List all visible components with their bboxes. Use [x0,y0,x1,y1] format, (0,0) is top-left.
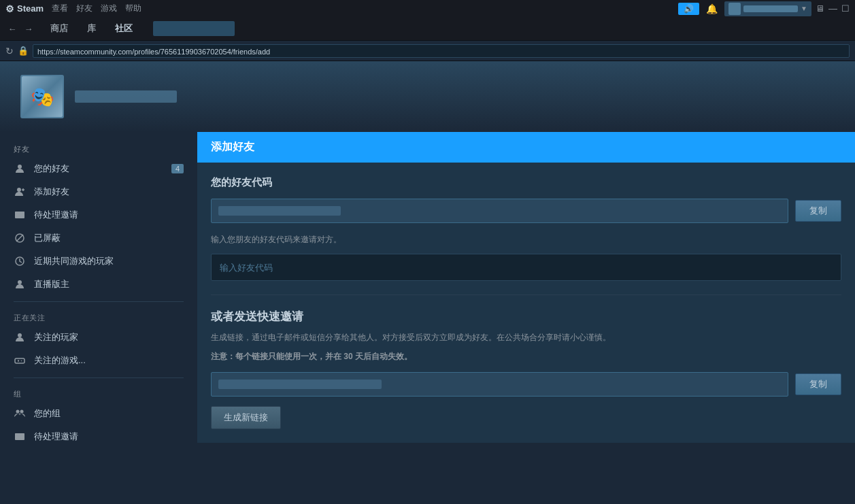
friend-code-section-title: 您的好友代码 [211,176,841,189]
sidebar-item-followed-players[interactable]: 关注的玩家 [0,326,197,349]
sidebar-item-recent-players[interactable]: 近期共同游戏的玩家 [0,250,197,273]
gamepad-icon [14,354,26,367]
sidebar-item-group-pending[interactable]: 待处理邀请 [0,425,197,448]
speaker-icon: 🔊 [684,4,694,14]
sidebar-item-moderators[interactable]: 直播版主 [0,273,197,296]
sidebar-item-blocked[interactable]: 已屏蔽 [0,226,197,250]
menu-view[interactable]: 查看 [52,3,68,14]
friends-section-label: 好友 [0,139,197,157]
titlebar: ⚙ Steam 查看 好友 游戏 帮助 🔊 🔔 ▼ 🖥 — ☐ [0,0,855,17]
app-name: Steam [17,3,44,14]
profile-name-blur [75,90,177,103]
generate-link-button[interactable]: 生成新链接 [211,406,281,429]
group-mail-icon [14,431,26,443]
sidebar-item-add-friend[interactable]: 添加好友 [0,180,197,203]
friend-code-value-blur [218,206,341,216]
friend-code-row: 复制 [211,199,841,223]
svg-point-14 [16,410,20,414]
tab-community[interactable]: 社区 [105,18,142,39]
followed-games-label: 关注的游戏... [34,354,184,367]
your-groups-label: 您的组 [34,407,184,420]
app-logo: ⚙ Steam [5,3,44,14]
tab-store[interactable]: 商店 [41,18,78,39]
sidebar-item-your-groups[interactable]: 您的组 [0,402,197,425]
group-icon [14,407,26,420]
copy-link-button[interactable]: 复制 [795,373,841,395]
chevron-down-icon: ▼ [801,5,807,12]
monitor-icon[interactable]: 🖥 [816,3,824,14]
sidebar-divider-1 [14,301,184,302]
sidebar-divider-2 [14,377,184,378]
quick-invite-title: 或者发送快速邀请 [211,309,841,324]
profile-avatar: 🎭 [20,75,64,118]
invite-link-row: 复制 [211,372,841,397]
add-friend-header: 添加好友 [197,132,855,163]
invite-link-blur [218,380,382,389]
menu-friends[interactable]: 好友 [76,3,93,14]
friend-code-display [211,199,788,223]
addressbar: ↻ 🔒 https://steamcommunity.com/profiles/… [0,41,855,61]
followed-players-label: 关注的玩家 [34,331,184,343]
url-bar[interactable]: https://steamcommunity.com/profiles/7656… [33,44,850,58]
nav-arrows: ← → [5,22,35,35]
svg-point-9 [18,333,22,337]
page-content: 添加好友 您的好友代码 复制 输入您朋友的好友代码来邀请对方。 [197,132,855,504]
notification-button[interactable]: 🔔 [703,3,720,14]
recent-players-label: 近期共同游戏的玩家 [34,255,184,267]
menu-help[interactable]: 帮助 [125,3,141,14]
content-body: 好友 您的好友 4 添加好友 [0,132,855,504]
username-display [743,5,798,12]
menu-games[interactable]: 游戏 [101,3,117,14]
maximize-button[interactable]: ☐ [841,3,850,14]
back-button[interactable]: ← [5,22,19,35]
nav-search-bar [153,21,235,36]
navbar: ← → 商店 库 社区 [0,17,855,41]
copy-code-button[interactable]: 复制 [795,200,841,222]
quick-invite-note: 注意：每个链接只能使用一次，并在 30 天后自动失效。 [211,351,841,363]
person-badge-icon [14,278,26,290]
hint-text: 输入您朋友的好友代码来邀请对方。 [211,234,841,246]
group-pending-label: 待处理邀请 [34,431,184,443]
add-friend-title: 添加好友 [211,141,254,152]
svg-point-15 [20,410,24,414]
avatar-image: 🎭 [22,76,63,117]
titlebar-menu: 查看 好友 游戏 帮助 [52,3,141,14]
svg-point-8 [18,280,22,284]
add-friend-label: 添加好友 [34,186,184,198]
profile-header: 🎭 [0,61,855,132]
forward-button[interactable]: → [22,22,35,35]
follow-person-icon [14,331,26,343]
blocked-label: 已屏蔽 [34,232,184,244]
steam-icon: ⚙ [5,3,14,14]
nav-tabs: 商店 库 社区 [41,18,142,39]
voice-button[interactable]: 🔊 [678,3,699,15]
titlebar-right: 🔊 🔔 ▼ 🖥 — ☐ [678,1,850,16]
tab-library[interactable]: 库 [78,18,105,39]
person-add-icon [14,186,26,198]
clock-icon [14,255,26,267]
svg-point-0 [18,165,22,169]
sidebar: 好友 您的好友 4 添加好友 [0,132,197,504]
friend-code-input[interactable] [211,254,841,281]
sidebar-item-your-friends[interactable]: 您的好友 4 [0,157,197,180]
user-badge[interactable]: ▼ [724,1,811,16]
quick-invite-desc: 生成链接，通过电子邮件或短信分享给其他人。对方接受后双方立即成为好友。在公共场合… [211,331,841,344]
following-section-label: 正在关注 [0,307,197,326]
section-divider [211,295,841,295]
friends-count-badge: 4 [171,164,184,173]
invite-link-display [211,372,788,397]
sidebar-item-followed-games[interactable]: 关注的游戏... [0,349,197,372]
your-friends-label: 您的好友 [34,163,163,175]
moderators-label: 直播版主 [34,278,184,290]
window-controls: 🖥 — ☐ [816,3,850,14]
mail-icon [14,209,26,221]
note-label: 注意：每个链接只能使用一次，并在 30 天后自动失效。 [211,352,412,361]
lock-icon: 🔒 [18,46,29,56]
minimize-button[interactable]: — [828,3,837,14]
sidebar-item-pending-invites[interactable]: 待处理邀请 [0,203,197,226]
block-icon [14,232,26,244]
main-layout: 🎭 好友 您的好友 4 添加好友 [0,61,855,504]
groups-section-label: 组 [0,384,197,402]
refresh-icon[interactable]: ↻ [5,46,14,56]
add-friend-body: 您的好友代码 复制 输入您朋友的好友代码来邀请对方。 或者发送快速邀请 生成链接… [197,163,855,443]
